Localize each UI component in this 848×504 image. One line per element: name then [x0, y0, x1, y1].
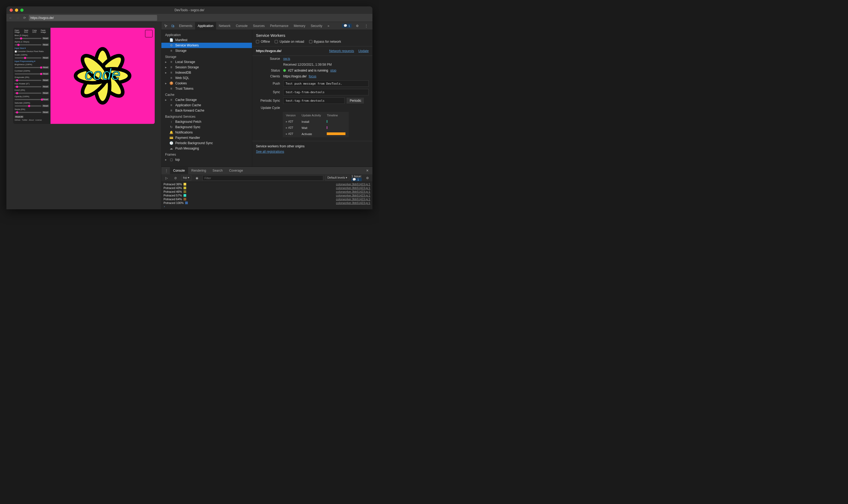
- zoom-icon[interactable]: [20, 8, 23, 12]
- slider[interactable]: [15, 73, 42, 74]
- slider[interactable]: [15, 99, 42, 100]
- reset-button[interactable]: Reset: [42, 92, 49, 94]
- update-link[interactable]: Update: [358, 49, 369, 53]
- sw-source-link[interactable]: sw.js: [283, 57, 290, 60]
- tree-item-payment-handler[interactable]: 💳 Payment Handler: [161, 135, 252, 140]
- tree-item-application-cache[interactable]: ≡ Application Cache: [161, 103, 252, 108]
- source-link[interactable]: colorworker.3bb51423.js:1: [336, 183, 370, 186]
- kebab-icon[interactable]: ⋮: [363, 22, 370, 29]
- forward-icon[interactable]: →: [15, 15, 20, 21]
- slider[interactable]: [15, 44, 42, 46]
- reset-button[interactable]: Reset: [42, 73, 49, 75]
- periodic-sync-button[interactable]: Periodic: [347, 98, 364, 104]
- slider[interactable]: [15, 57, 42, 58]
- expand-icon[interactable]: ▸: [165, 66, 167, 69]
- tree-item-periodic-background-sync[interactable]: 🕒 Periodic Background Sync: [161, 140, 252, 146]
- push-input[interactable]: [283, 80, 369, 87]
- clear-console-icon[interactable]: ⊘: [172, 175, 179, 181]
- opt-bypass-for-network[interactable]: Bypass for network: [309, 40, 341, 43]
- levels-select[interactable]: Default levels ▾: [325, 175, 349, 181]
- stop-link[interactable]: stop: [330, 69, 336, 72]
- tree-item-storage[interactable]: ≡ Storage: [161, 48, 252, 53]
- console-filter-input[interactable]: [203, 175, 323, 181]
- slider[interactable]: [15, 38, 42, 39]
- footer-links[interactable]: GitHub · Twitter · About · License: [15, 119, 49, 121]
- save-svg-button[interactable]: Save SVG: [24, 29, 31, 33]
- reset-button[interactable]: Reset: [42, 79, 49, 82]
- url-bar[interactable]: https://svgco.de/: [29, 15, 157, 21]
- tree-item-back-forward-cache[interactable]: ≡ Back-forward Cache: [161, 108, 252, 113]
- tree-item-background-fetch[interactable]: ↕ Background Fetch: [161, 119, 252, 124]
- periodic-sync-input[interactable]: [283, 97, 345, 104]
- thumbnail[interactable]: [145, 30, 153, 37]
- source-link[interactable]: colorworker.3bb51423.js:1: [336, 201, 370, 204]
- source-link[interactable]: colorworker.3bb51423.js:1: [336, 190, 370, 193]
- back-icon[interactable]: ←: [8, 15, 13, 21]
- execute-icon[interactable]: ▷: [163, 175, 170, 181]
- context-select[interactable]: top ▾: [181, 175, 191, 181]
- checkbox-Consider Device Pixel Ratio[interactable]: Consider Device Pixel Ratio: [15, 50, 49, 53]
- tree-item-manifest[interactable]: 📄 Manifest: [161, 37, 252, 43]
- tree-item-top[interactable]: ▸ ▢ top: [161, 157, 252, 162]
- slider[interactable]: [15, 93, 42, 94]
- tree-item-trust-tokens[interactable]: ≡ Trust Tokens: [161, 86, 252, 91]
- drawer-tab-console[interactable]: Console: [170, 167, 188, 174]
- tree-item-service-workers[interactable]: ⚙ Service Workers: [161, 43, 252, 48]
- console-prompt[interactable]: ›: [161, 205, 373, 208]
- expand-icon[interactable]: ▸: [165, 60, 167, 64]
- drawer-tab-coverage[interactable]: Coverage: [226, 167, 246, 174]
- device-icon[interactable]: [169, 22, 176, 29]
- issues-badge[interactable]: 💬 1: [342, 24, 351, 28]
- tree-item-cookies[interactable]: ▸ 🍪 Cookies: [161, 80, 252, 86]
- tab-elements[interactable]: Elements: [176, 22, 195, 30]
- slider[interactable]: [15, 67, 42, 68]
- source-link[interactable]: colorworker.3bb51423.js:1: [336, 198, 370, 201]
- reset-button[interactable]: Reset: [42, 98, 49, 101]
- minimize-icon[interactable]: [15, 8, 18, 12]
- focus-link[interactable]: focus: [309, 74, 316, 78]
- reset-button[interactable]: Reset: [42, 86, 49, 88]
- section-preprocessing[interactable]: Input Preprocessing ▾: [15, 60, 49, 62]
- tree-item-indexeddb[interactable]: ▸ ≡ IndexedDB: [161, 70, 252, 75]
- copy-svg-button[interactable]: Copy SVG: [32, 29, 39, 33]
- reset-button[interactable]: Reset: [42, 105, 49, 107]
- tab-application[interactable]: Application: [195, 22, 216, 30]
- issue-text[interactable]: 1 Issue: 💬 1: [351, 175, 362, 181]
- tree-item-push-messaging[interactable]: ☁ Push Messaging: [161, 146, 252, 151]
- console-settings-icon[interactable]: ⚙: [364, 175, 371, 181]
- close-icon[interactable]: [10, 8, 13, 12]
- network-requests-link[interactable]: Network requests: [329, 49, 354, 53]
- slider[interactable]: [15, 80, 42, 81]
- close-drawer-icon[interactable]: ✕: [364, 167, 371, 174]
- opt-update-on-reload[interactable]: Update on reload: [275, 40, 304, 43]
- tree-item-session-storage[interactable]: ▸ ≡ Session Storage: [161, 65, 252, 70]
- expand-icon[interactable]: ▸: [165, 82, 167, 85]
- opt-offline[interactable]: Offline: [256, 40, 270, 43]
- tree-item-cache-storage[interactable]: ▸ ≡ Cache Storage: [161, 97, 252, 103]
- reload-icon[interactable]: ⟳: [22, 15, 27, 21]
- drawer-kebab-icon[interactable]: ⋮: [163, 167, 170, 174]
- tree-item-notifications[interactable]: 🔔 Notifications: [161, 130, 252, 135]
- settings-gear-icon[interactable]: ⚙: [354, 22, 361, 29]
- tab-console[interactable]: Console: [233, 22, 250, 30]
- drawer-tab-search[interactable]: Search: [209, 167, 226, 174]
- source-link[interactable]: colorworker.3bb51423.js:1: [336, 186, 370, 190]
- inspect-icon[interactable]: [162, 22, 169, 29]
- tab-performance[interactable]: Performance: [267, 22, 291, 30]
- expand-icon[interactable]: ▸: [165, 98, 167, 102]
- slider[interactable]: [15, 105, 42, 107]
- tree-item-local-storage[interactable]: ▸ ≡ Local Storage: [161, 59, 252, 65]
- source-link[interactable]: colorworker.3bb51423.js:1: [336, 194, 370, 197]
- paste-image-button[interactable]: Paste Image: [40, 29, 49, 33]
- reset-button[interactable]: Reset: [42, 43, 49, 46]
- reset-button[interactable]: Reset: [42, 37, 49, 39]
- section-input-size[interactable]: Input Size ▾: [15, 47, 49, 49]
- tree-item-web-sql[interactable]: ≡ Web SQL: [161, 75, 252, 80]
- reset-button[interactable]: Reset: [42, 57, 49, 59]
- sync-input[interactable]: [283, 89, 369, 95]
- slider[interactable]: [15, 112, 42, 113]
- expand-icon[interactable]: ▸: [165, 71, 167, 74]
- tab-memory[interactable]: Memory: [291, 22, 308, 30]
- tree-item-background-sync[interactable]: ↻ Background Sync: [161, 124, 252, 130]
- more-tabs-icon[interactable]: »: [325, 22, 332, 29]
